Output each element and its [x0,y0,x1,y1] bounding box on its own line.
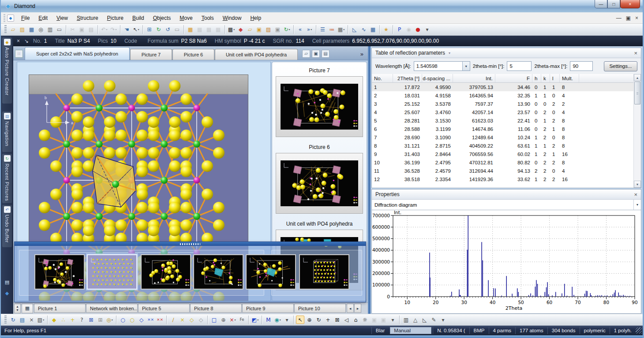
update-picture-icon[interactable]: ↻ [9,316,17,324]
maximize-button[interactable]: □ [607,0,620,8]
toolbar-overflow-icon[interactable]: ▾ [283,316,291,324]
picture-message-icon[interactable]: ▤ [18,316,26,324]
menu-objects[interactable]: Objects [149,13,176,23]
open-icon[interactable]: ▨ [18,26,26,34]
save-icon[interactable]: ▦ [27,26,36,34]
combo-arrow-icon[interactable]: ▼ [462,62,470,71]
theta-min-input[interactable]: 5 [507,61,532,71]
chevron-down-icon[interactable]: ▾ [449,51,450,55]
wavelength-select[interactable]: 1.540598 ▼ [414,61,470,71]
data-brief-icon[interactable]: ☰ [318,26,327,34]
record-nav-icon[interactable]: ↘ [24,38,29,44]
bottom-picture-tab[interactable]: Network with broken... [86,304,138,313]
new-document-icon[interactable]: ▱ [9,26,17,34]
tabbar-handle-icon[interactable]: ∷ [15,50,23,58]
bottom-picture-tab[interactable]: Picture 8 [190,304,242,313]
column-header[interactable]: h [532,74,541,82]
mdi-minimize-icon[interactable]: — [616,15,622,21]
unit-cell-icon[interactable]: □ [210,316,218,324]
view-filter-icon[interactable]: ▧▾ [37,316,45,324]
menu-edit[interactable]: Edit [34,13,52,23]
paste-icon[interactable]: ▤ [87,26,95,34]
table-row[interactable]: 1238.5182.3354141929.3633.6212216 [372,175,641,183]
picture-filmstrip-overlay[interactable] [14,241,366,302]
table-row[interactable]: 1136.5282.4579312694.4494.132204 [372,167,641,175]
sidebar-tab-recent-pictures[interactable]: ↻Recent Pictures [2,154,12,203]
reflection-table-icon[interactable]: ▦ [369,26,377,34]
bonds-x-blue-icon[interactable]: ×× [146,316,155,324]
properties-selector[interactable]: Diffraction diagram ▼ [372,200,641,210]
table-row[interactable]: 1036.1992.4795470312.8180.820228 [372,158,641,167]
column-header[interactable]: Mult. [560,74,579,82]
preview-thumbnail[interactable] [276,153,363,214]
packing-icon[interactable]: ◩▾ [251,316,259,324]
tabs-scroll-right-icon[interactable]: ▸ [354,304,361,313]
print-preview-icon[interactable]: ▥ [46,26,54,34]
resize-icon[interactable]: ⊠ [333,316,341,324]
table-row[interactable]: 117.8724.9590379705.1334.460118 [372,83,641,91]
sidebar-tab-navigation[interactable]: ▤Navigation [2,111,12,152]
picture-tab[interactable]: Picture 7 [130,49,172,60]
column-header[interactable]: l [550,74,560,82]
coordination-sphere-icon[interactable]: ◎▾ [105,316,114,324]
molecule-letter-icon[interactable]: M [264,316,273,324]
walk-mode-icon[interactable]: ▣ [370,316,378,324]
wizard-icon[interactable]: ★ [382,26,390,34]
column-header[interactable]: d-spacing ... [422,74,453,82]
tab-grid-icon[interactable]: ▦ [22,304,33,313]
theta-max-input[interactable]: 90 [570,61,593,71]
print-icon[interactable]: ▭ [55,26,64,34]
menu-structure[interactable]: Structure [72,13,103,23]
table-row[interactable]: 628.5883.119914674.8611.060218 [372,125,641,133]
bottom-picture-tab[interactable]: Picture 1 [34,304,86,313]
polyhedron-icon[interactable]: ◇ [137,316,146,324]
destroy-icon[interactable]: ×▾ [228,316,237,324]
table-row[interactable]: 528.2813.153061623.0322.410128 [372,116,641,125]
bond-net-icon[interactable]: × [178,316,187,324]
redo-icon[interactable]: ↷▾ [109,26,118,34]
add-atom-icon[interactable]: + [68,316,77,324]
menu-move[interactable]: Move [175,13,197,23]
menu-tools[interactable]: Tools [197,13,218,23]
tabs-scroll-left-icon[interactable]: ◂ [347,304,354,313]
build-tools-icon[interactable]: × [27,316,36,324]
column-header[interactable]: 2Theta [°] [393,74,422,82]
menu-view[interactable]: View [52,13,72,23]
record-close-icon[interactable]: × [17,38,20,44]
fly-mode-icon[interactable]: ▣ [379,316,388,324]
undo-icon[interactable]: ↶▾ [100,26,109,34]
table-row[interactable]: 425.6073.476042057.1423.570204 [372,108,641,116]
toolbar-overflow-icon[interactable]: ▾ [389,316,397,324]
colored-sphere-icon[interactable]: ◉▾ [273,316,282,324]
settings-button[interactable]: Settings... [604,61,637,71]
update-picture-icon[interactable]: ↻ [154,26,163,34]
picture-tab[interactable]: Unit cell with PO4 polyhedra [215,49,298,60]
fe-bond-icon[interactable]: Fe [238,316,246,324]
atom-group-icon[interactable]: ∴ [59,316,67,324]
prev-picture-icon[interactable]: « [296,26,304,34]
picture-history-icon[interactable]: ↻▾ [283,26,291,34]
tab-new-window-icon[interactable]: ▱ [302,50,310,58]
table-row[interactable]: 728.6903.109012489.6410.241208 [372,133,641,141]
filmstrip-thumb-picture-10[interactable] [299,254,349,290]
video-record-icon[interactable]: ● [414,26,422,34]
table-row[interactable]: 325.1523.53787597.3713.900022 [372,100,641,108]
data-list-icon[interactable]: ≔ [328,26,336,34]
tab-overflow-icon[interactable]: » [360,51,363,57]
toolbar-overflow-icon[interactable]: ▾ [439,316,447,324]
duplicate-picture-icon[interactable]: ▣ [255,26,263,34]
new-picture-icon[interactable]: ▱ [246,26,254,34]
distances-diagram-icon[interactable]: ◺ [350,26,359,34]
table-scrollbar[interactable]: ▲ ▼ [633,74,641,188]
powder-diagram-icon[interactable]: ∿ [359,26,368,34]
filmstrip-thumb-picture-1[interactable] [34,254,85,290]
table-row[interactable]: 931.4032.8464706559.5660.0212116 [372,150,641,158]
menu-picture[interactable]: Picture [103,13,128,23]
bottom-picture-tab[interactable]: Picture 5 [138,304,190,313]
menu-help[interactable]: Help [246,13,266,23]
ring-gray-icon[interactable]: ◇ [197,316,205,324]
panel-preview-icon[interactable]: ▤ [5,279,9,285]
copy-icon[interactable]: ▣ [78,26,86,34]
atom-net-icon[interactable]: ⊠ [87,316,95,324]
measure-icon[interactable]: ◺ [420,316,429,324]
